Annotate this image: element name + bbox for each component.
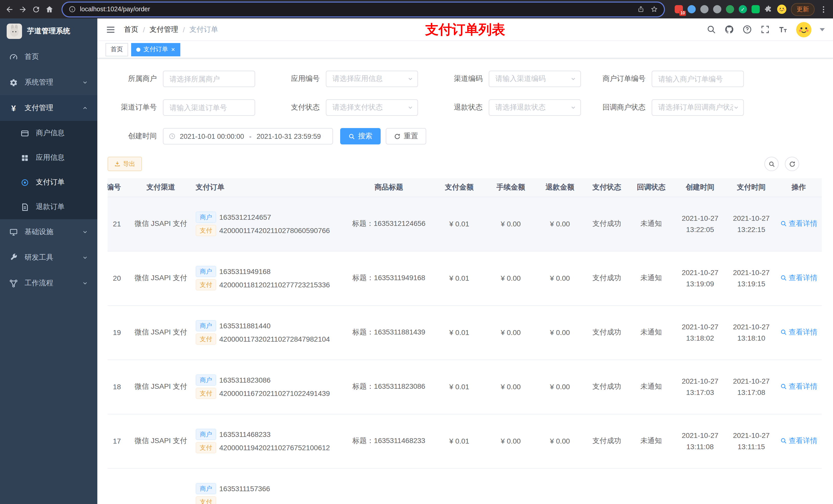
sidebar-item-pay-order[interactable]: 支付订单 [0, 170, 97, 195]
cell-amount: ¥ 0.01 [432, 360, 486, 414]
chevron-down-icon [82, 79, 88, 86]
sidebar-item-label: 首页 [25, 52, 39, 62]
filter-label-notify-status: 回调商户状态 [596, 103, 652, 112]
fullscreen-icon[interactable] [760, 25, 770, 34]
cell-channel: 微信 JSAPI 支付 [130, 414, 192, 468]
cell-status: 支付成功 [585, 414, 629, 468]
cell-create-time: 2021-10-2713:18:02 [673, 305, 727, 360]
home-icon[interactable] [45, 5, 54, 14]
extension-red-icon[interactable]: 10 [675, 5, 683, 13]
sidebar-item-payment[interactable]: ¥ 支付管理 [0, 95, 97, 121]
extension-drop-icon[interactable] [688, 5, 696, 13]
sidebar-item-infra[interactable]: 基础设施 [0, 219, 97, 245]
merchant-input[interactable] [163, 71, 255, 87]
sidebar-item-devtools[interactable]: 研发工具 [0, 245, 97, 270]
back-icon[interactable] [5, 5, 14, 14]
chevron-down-icon [570, 76, 576, 82]
sidebar-item-merchant-info[interactable]: 商户信息 [0, 121, 97, 145]
github-icon[interactable] [724, 25, 734, 34]
cell-create-time: 2021-10-2713:22:05 [673, 197, 727, 251]
user-avatar[interactable] [796, 22, 811, 37]
merchant-order-no-input[interactable] [652, 71, 744, 87]
search-button[interactable]: 搜索 [340, 128, 381, 144]
hamburger-icon[interactable] [105, 24, 116, 34]
channel-order-no-input[interactable] [163, 99, 255, 116]
site-info-icon[interactable] [69, 6, 76, 13]
sidebar-item-app-info[interactable]: 应用信息 [0, 145, 97, 170]
filter-label-refund-status: 退款状态 [433, 103, 489, 112]
pay-order-no: 4200001173202110272847982104 [219, 335, 330, 343]
cell-fee: ¥ 0.00 [486, 197, 536, 251]
sidebar-item-label: 工作流程 [25, 279, 53, 288]
browser-menu-icon[interactable] [819, 5, 828, 14]
merchant-order-no: 1635311949168 [219, 267, 270, 275]
extension-chat-icon[interactable] [752, 5, 760, 13]
pay-tag: 支付 [196, 279, 216, 290]
view-detail-link[interactable]: 查看详情 [780, 273, 817, 283]
cell-amount: ¥ 0.01 [432, 305, 486, 360]
sidebar-item-system[interactable]: 系统管理 [0, 70, 97, 95]
tab-home[interactable]: 首页 [105, 43, 128, 56]
puzzle-icon[interactable] [764, 5, 772, 13]
cell-action [776, 468, 822, 504]
extension-gray2-icon[interactable] [713, 5, 721, 13]
extension-green-icon[interactable] [726, 5, 734, 13]
toggle-search-button[interactable] [764, 157, 779, 171]
view-detail-link[interactable]: 查看详情 [780, 328, 817, 337]
forward-icon[interactable] [19, 5, 27, 14]
cell-status: 支付成功 [585, 360, 629, 414]
sidebar-item-label: 基础设施 [25, 227, 53, 237]
app-select[interactable]: 请选择应用信息 [326, 71, 418, 87]
pay-order-no: 4200001194202110276752100612 [219, 443, 330, 452]
search-icon [780, 275, 787, 282]
create-time-range-input[interactable]: 2021-10-01 00:00:00 - 2021-10-31 23:59:5… [163, 128, 333, 144]
caret-down-icon[interactable] [820, 28, 825, 31]
breadcrumb-home[interactable]: 首页 [124, 25, 138, 34]
question-icon[interactable] [742, 25, 752, 34]
notify-status-select[interactable]: 请选择订单回调商户状态 [652, 99, 744, 116]
share-icon[interactable] [637, 6, 644, 13]
cell-id: 17 [108, 414, 130, 468]
tab-close-icon[interactable]: × [171, 46, 175, 53]
extension-gray-icon[interactable] [700, 5, 709, 13]
cell-refund: ¥ 0.00 [536, 305, 585, 360]
url-bar[interactable]: localhost:1024/pay/order [63, 2, 664, 16]
tab-active-dot [136, 47, 140, 51]
cell-amount: ¥ 0.01 [432, 197, 486, 251]
cell-pay-time: 2021-10-2713:17:08 [727, 360, 776, 414]
date-end: 2021-10-31 23:59:59 [257, 133, 321, 140]
cell-status [585, 468, 629, 504]
reset-button[interactable]: 重置 [386, 128, 426, 144]
refund-status-select[interactable]: 请选择退款状态 [489, 99, 581, 116]
view-detail-link[interactable]: 查看详情 [780, 382, 817, 391]
view-detail-link[interactable]: 查看详情 [780, 436, 817, 446]
cell-notify: 未通知 [629, 360, 673, 414]
bookmark-star-icon[interactable] [651, 6, 658, 13]
tab-pay-order[interactable]: 支付订单 × [131, 43, 180, 56]
channel-code-select[interactable]: 请输入渠道编码 [489, 71, 581, 87]
view-detail-link[interactable]: 查看详情 [780, 219, 817, 229]
cell-fee [486, 468, 536, 504]
reload-icon[interactable] [32, 5, 41, 14]
browser-profile-avatar[interactable] [777, 5, 786, 14]
export-button[interactable]: 导出 [108, 157, 142, 171]
sidebar-item-refund-order[interactable]: 退款订单 [0, 195, 97, 219]
font-size-icon[interactable] [778, 25, 788, 34]
browser-update-button[interactable]: 更新 [791, 3, 814, 16]
pay-status-select[interactable]: 请选择支付状态 [326, 99, 418, 116]
cell-channel: 微信 JSAPI 支付 [130, 251, 192, 305]
sidebar-item-home[interactable]: 首页 [0, 44, 97, 70]
sidebar-item-workflow[interactable]: 工作流程 [0, 270, 97, 296]
col-create-time: 创建时间 [673, 178, 727, 197]
extension-check-icon[interactable]: ✓ [739, 5, 747, 13]
sidebar-item-label: 系统管理 [25, 78, 53, 87]
wrench-icon [9, 253, 18, 262]
col-order: 支付订单 [192, 178, 345, 197]
pay-order-no: 4200001167202110271022491439 [219, 389, 330, 398]
pay-tag: 支付 [196, 496, 216, 504]
refresh-table-button[interactable] [785, 157, 799, 171]
col-pay-time: 支付时间 [727, 178, 776, 197]
search-icon[interactable] [707, 25, 716, 34]
merchant-order-no: 1635311881440 [219, 322, 270, 330]
breadcrumb-parent[interactable]: 支付管理 [149, 25, 178, 34]
